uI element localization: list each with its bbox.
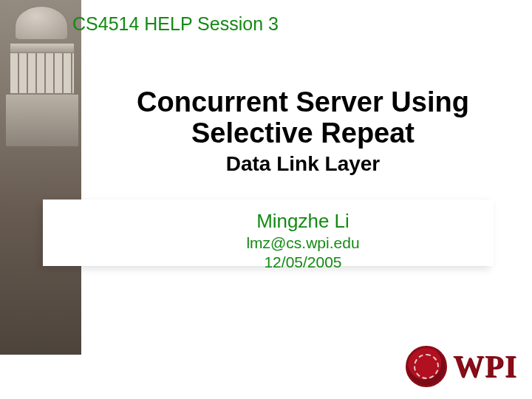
presenter-block: Mingzhe Li lmz@cs.wpi.edu 12/05/2005	[89, 210, 517, 271]
wpi-wordmark: WPI	[453, 349, 517, 384]
presenter-date: 12/05/2005	[89, 253, 517, 271]
session-label: CS4514 HELP Session 3	[72, 13, 279, 35]
title-block: Concurrent Server Using Selective Repeat…	[89, 87, 517, 176]
presenter-email: lmz@cs.wpi.edu	[89, 234, 517, 252]
wpi-seal-icon	[406, 346, 447, 387]
presenter-name: Mingzhe Li	[89, 210, 517, 233]
title-subtitle: Data Link Layer	[89, 152, 517, 176]
title-line-2: Selective Repeat	[89, 118, 517, 149]
title-line-1: Concurrent Server Using	[89, 87, 517, 118]
wpi-logo: WPI	[406, 346, 517, 387]
